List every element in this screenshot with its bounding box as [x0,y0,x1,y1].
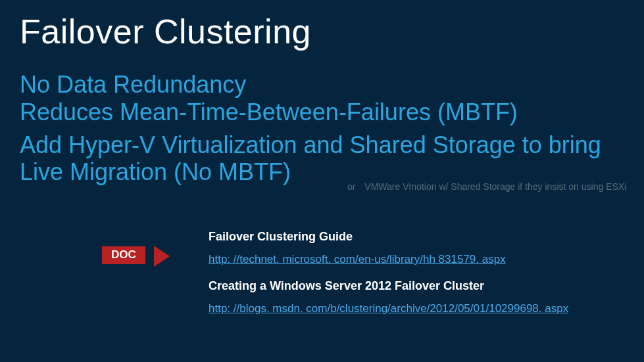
aside-or: or [347,181,355,192]
resources-block: Failover Clustering Guide http: //techne… [209,230,568,328]
bullet-reduces-mbtf: Reduces Mean-Time-Between-Failures (MBTF… [20,99,624,125]
doc-arrow-icon [154,246,170,267]
aside-text: VMWare Vmotion w/ Shared Storage if they… [364,181,626,192]
resource-link-1[interactable]: http: //technet. microsoft. com/en-us/li… [209,253,568,266]
slide: Failover Clustering No Data Redundancy R… [0,0,644,362]
doc-badge: DOC [102,246,145,264]
resource-title-2: Creating a Windows Server 2012 Failover … [209,279,568,293]
bullet-no-data-redundancy: No Data Redundancy [20,71,624,98]
bullet-hyper-v: Add Hyper-V Virtualization and Shared St… [20,131,624,186]
slide-title: Failover Clustering [20,12,311,51]
resource-link-2[interactable]: http: //blogs. msdn. com/b/clustering/ar… [209,302,568,315]
resource-title-1: Failover Clustering Guide [209,230,568,244]
aside-note: or VMWare Vmotion w/ Shared Storage if t… [347,181,626,192]
